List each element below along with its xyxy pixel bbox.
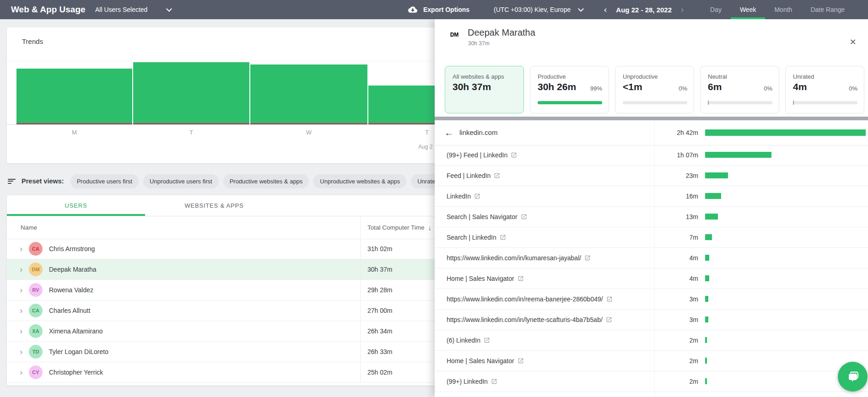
avatar: TD	[29, 345, 43, 359]
external-link-icon	[511, 152, 517, 158]
back-arrow-icon[interactable]: ←	[444, 120, 453, 145]
detail-row[interactable]: Search | Sales Navigator13m	[435, 207, 868, 227]
topbar-tab-week[interactable]: Week	[731, 0, 766, 19]
page-time: 1h 07m	[636, 145, 698, 165]
external-link-icon	[500, 234, 506, 241]
row-expand-chevron-icon[interactable]: ›	[20, 321, 22, 341]
tab-users[interactable]: USERS	[7, 195, 145, 216]
user-filter-dropdown[interactable]: All Users Selected	[95, 0, 171, 19]
page-title: Search | LinkedIn	[447, 234, 496, 241]
detail-domain: linkedin.com	[459, 120, 497, 145]
progress-tick	[708, 101, 709, 105]
tab-websites-apps[interactable]: WEBSITES & APPS	[145, 195, 283, 216]
topbar-tab-month[interactable]: Month	[765, 0, 801, 19]
export-options-label: Export Options	[423, 6, 469, 13]
page-link[interactable]: https://www.linkedin.com/in/reema-banerj…	[447, 289, 613, 309]
avatar: CA	[29, 304, 43, 317]
stat-card-unproductive[interactable]: Unproductive<1m0%	[615, 66, 694, 113]
time-bar	[705, 152, 771, 158]
panel-scroll-divider[interactable]	[435, 117, 868, 120]
page-time: 23m	[636, 166, 698, 186]
page-link[interactable]: Feed | LinkedIn	[447, 166, 500, 186]
user-name: Christopher Yerrick	[49, 362, 103, 382]
preset-views-label: Preset views:	[22, 177, 64, 185]
detail-row[interactable]: https://www.linkedin.com/in/reema-banerj…	[435, 289, 868, 310]
page-time: 2m	[636, 330, 698, 350]
cloud-download-icon	[408, 5, 418, 14]
time-bar	[705, 296, 708, 302]
detail-row[interactable]: Home | Sales Navigator2m	[435, 351, 868, 371]
filter-icon	[8, 177, 16, 185]
page-link[interactable]: https://www.linkedin.com/in/kumaresan-ja…	[447, 248, 591, 268]
time-bar	[705, 193, 721, 199]
row-expand-chevron-icon[interactable]: ›	[20, 342, 22, 362]
detail-row[interactable]: LinkedIn16m	[435, 186, 868, 207]
sort-descending-icon[interactable]: ↓	[428, 224, 432, 231]
avatar: CA	[29, 242, 43, 256]
page-link[interactable]: Home | Sales Navigator	[447, 268, 524, 289]
timezone-dropdown[interactable]: (UTC +03:00) Kiev, Europe	[494, 0, 583, 19]
user-name: Ximena Altamirano	[49, 321, 103, 341]
detail-row[interactable]: https://www.linkedin.com/in/lynette-scaf…	[435, 310, 868, 330]
detail-row[interactable]: (6) LinkedIn2m	[435, 330, 868, 351]
detail-row[interactable]: Search | LinkedIn7m	[435, 227, 868, 248]
row-expand-chevron-icon[interactable]: ›	[20, 239, 22, 259]
progress-bar	[793, 101, 857, 104]
trend-bar[interactable]	[133, 62, 249, 124]
row-expand-chevron-icon[interactable]: ›	[20, 259, 22, 279]
preset-chip-productive-websites-apps[interactable]: Productive websites & apps	[223, 174, 309, 188]
stat-card-neutral[interactable]: Neutral6m0%	[700, 66, 779, 113]
detail-row[interactable]: https://www.linkedin.com/in/kumaresan-ja…	[435, 248, 868, 268]
preset-chip-productive-users-first[interactable]: Productive users first	[70, 174, 139, 188]
row-expand-chevron-icon[interactable]: ›	[20, 300, 22, 321]
page-link[interactable]: https://www.linkedin.com/company/growbyt…	[447, 392, 585, 397]
preset-chip-unproductive-websites-apps[interactable]: Unproductive websites & apps	[313, 174, 406, 188]
trend-bar[interactable]	[250, 64, 367, 124]
detail-total-time: 2h 42m	[636, 120, 698, 145]
page-link[interactable]: Search | Sales Navigator	[447, 207, 527, 227]
progress-bar	[538, 101, 602, 104]
row-expand-chevron-icon[interactable]: ›	[20, 362, 22, 382]
user-name: Charles Allnutt	[49, 300, 90, 321]
avatar: DM	[446, 27, 463, 43]
page-link[interactable]: (99+) LinkedIn	[447, 371, 497, 392]
prev-period-arrow-icon[interactable]: ‹	[602, 0, 609, 19]
page-link[interactable]: (99+) Feed | LinkedIn	[447, 145, 517, 165]
detail-row[interactable]: (99+) Feed | LinkedIn1h 07m	[435, 145, 868, 166]
stat-card-productive[interactable]: Productive30h 26m99%	[530, 66, 609, 113]
next-period-arrow-icon[interactable]: ›	[679, 0, 685, 19]
date-range-value[interactable]: Aug 22 - 28, 2022	[616, 6, 672, 14]
axis-caption: Aug 2	[418, 144, 432, 150]
time-bar	[705, 172, 728, 178]
chat-bubbles-icon	[845, 369, 861, 385]
stat-card-unrated[interactable]: Unrated4m0%	[785, 66, 864, 113]
detail-row[interactable]: (99+) LinkedIn2m	[435, 371, 868, 392]
preset-chip-unproductive-users-first[interactable]: Unproductive users first	[143, 174, 219, 188]
detail-row[interactable]: Home | Sales Navigator4m	[435, 268, 868, 289]
page-link[interactable]: Home | Sales Navigator	[447, 351, 524, 371]
detail-row[interactable]: Feed | LinkedIn23m	[435, 166, 868, 186]
trend-bar[interactable]	[16, 69, 132, 124]
stat-card-all-websites-apps[interactable]: All websites & apps30h 37m	[445, 66, 524, 113]
page-link[interactable]: (6) LinkedIn	[447, 330, 490, 350]
user-name: Tyler Logan DiLoreto	[49, 342, 108, 362]
stat-cards: All websites & apps30h 37mProductive30h …	[445, 66, 864, 113]
detail-row[interactable]: https://www.linkedin.com/company/growbyt…	[435, 392, 868, 397]
time-bar	[705, 129, 866, 136]
row-expand-chevron-icon[interactable]: ›	[20, 280, 22, 300]
time-bar	[705, 317, 708, 322]
page-title: (99+) Feed | LinkedIn	[447, 151, 507, 159]
page-link[interactable]: https://www.linkedin.com/in/lynette-scaf…	[447, 310, 612, 330]
topbar-tab-date-range[interactable]: Date Range	[801, 0, 854, 19]
topbar-tab-day[interactable]: Day	[701, 0, 731, 19]
detail-header-row: ← linkedin.com 2h 42m	[435, 120, 868, 145]
stat-value: 4m	[793, 81, 807, 92]
page-title: https://www.linkedin.com/in/reema-banerj…	[447, 295, 603, 303]
external-link-icon	[606, 296, 613, 302]
page-link[interactable]: Search | LinkedIn	[447, 227, 506, 247]
page-link[interactable]: LinkedIn	[447, 186, 480, 206]
export-options-button[interactable]: Export Options	[408, 0, 469, 19]
chat-widget-button[interactable]	[838, 362, 868, 392]
page-time: 3m	[636, 289, 698, 309]
close-icon[interactable]: ✕	[846, 35, 860, 49]
